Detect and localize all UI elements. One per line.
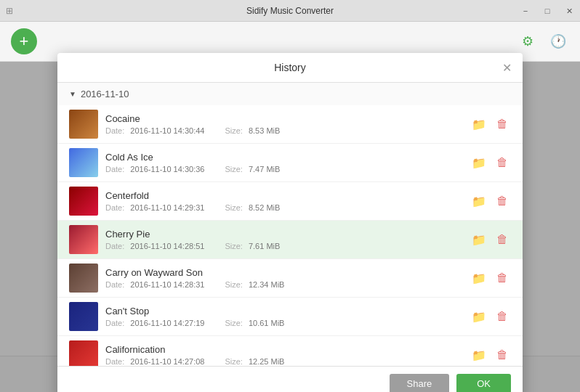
open-folder-button[interactable]: 📁: [470, 346, 488, 364]
date-label: Date:: [105, 126, 124, 135]
main-content: Convert Activationkeysfree.com History ✕…: [0, 62, 580, 392]
song-item: Cold As Ice Date: 2016-11-10 14:30:36 Si…: [57, 144, 523, 182]
song-thumbnail: [69, 110, 98, 139]
song-meta: Date: 2016-11-10 14:28:31 Size: 12.34 Mi…: [105, 280, 463, 289]
history-button[interactable]: 🕐: [547, 30, 569, 52]
open-folder-button[interactable]: 📁: [470, 269, 488, 287]
window-controls: − □ ✕: [515, 0, 580, 22]
song-item: Can't Stop Date: 2016-11-10 14:27:19 Siz…: [57, 298, 523, 336]
close-button[interactable]: ✕: [558, 0, 580, 22]
dialog-header: History ✕: [57, 53, 523, 83]
date-label: Date:: [105, 203, 124, 212]
song-item: Centerfold Date: 2016-11-10 14:29:31 Siz…: [57, 182, 523, 221]
delete-button[interactable]: 🗑: [494, 115, 511, 133]
song-info: Carry on Wayward Son Date: 2016-11-10 14…: [105, 267, 463, 289]
date-group-arrow: ▼: [69, 90, 76, 98]
open-folder-button[interactable]: 📁: [470, 154, 488, 171]
size-label: Size:: [225, 319, 242, 327]
song-thumbnail: [69, 148, 98, 177]
delete-button[interactable]: 🗑: [494, 231, 511, 248]
date-label: Date:: [105, 319, 124, 327]
song-item: Carry on Wayward Son Date: 2016-11-10 14…: [57, 259, 523, 298]
song-info: Can't Stop Date: 2016-11-10 14:27:19 Siz…: [105, 306, 463, 327]
song-title: Cocaine: [105, 113, 463, 124]
size-label: Size:: [225, 242, 242, 250]
delete-button[interactable]: 🗑: [494, 154, 511, 171]
delete-button[interactable]: 🗑: [494, 192, 511, 210]
date-value: 2016-11-10 14:30:44: [130, 126, 204, 135]
share-button[interactable]: Share: [390, 374, 450, 392]
open-folder-button[interactable]: 📁: [470, 192, 488, 210]
song-info: Cold As Ice Date: 2016-11-10 14:30:36 Si…: [105, 152, 463, 173]
minimize-button[interactable]: −: [515, 0, 536, 22]
size-label: Size:: [225, 126, 242, 135]
thumb-inner: [69, 187, 98, 216]
thumb-inner: [69, 302, 98, 331]
date-group-label: 2016-11-10: [81, 89, 129, 99]
thumb-inner: [69, 110, 98, 139]
song-actions: 📁 🗑: [470, 346, 511, 364]
song-thumbnail: [69, 302, 98, 331]
dialog-title: History: [274, 62, 306, 73]
size-value: 8.52 MiB: [249, 203, 280, 212]
song-item: Cherry Pie Date: 2016-11-10 14:28:51 Siz…: [57, 221, 523, 259]
dialog-close-button[interactable]: ✕: [499, 60, 514, 75]
song-info: Cocaine Date: 2016-11-10 14:30:44 Size: …: [105, 113, 463, 135]
song-actions: 📁 🗑: [470, 269, 511, 287]
open-folder-button[interactable]: 📁: [470, 231, 488, 248]
thumb-inner: [69, 148, 98, 177]
thumb-inner: [69, 264, 98, 293]
title-bar: ⊞ Sidify Music Converter − □ ✕: [0, 0, 580, 22]
date-label: Date:: [105, 280, 124, 289]
songs-container: Cocaine Date: 2016-11-10 14:30:44 Size: …: [57, 105, 523, 366]
size-value: 12.25 MiB: [249, 357, 285, 366]
date-value: 2016-11-10 14:30:36: [130, 165, 204, 173]
date-label: Date:: [105, 357, 124, 366]
title-bar-left: ⊞: [6, 0, 13, 22]
app-window: ⊞ Sidify Music Converter − □ ✕ + ⚙ 🕐 Con…: [0, 0, 580, 392]
size-label: Size:: [225, 280, 242, 289]
date-value: 2016-11-10 14:27:08: [130, 357, 204, 366]
size-label: Size:: [225, 203, 242, 212]
ok-button[interactable]: OK: [456, 374, 511, 392]
size-value: 7.61 MiB: [249, 242, 280, 250]
date-label: Date:: [105, 165, 124, 173]
song-title: Carry on Wayward Son: [105, 267, 463, 278]
song-meta: Date: 2016-11-10 14:27:08 Size: 12.25 Mi…: [105, 357, 463, 366]
song-item: Californication Date: 2016-11-10 14:27:0…: [57, 336, 523, 366]
song-title: Californication: [105, 344, 463, 355]
song-thumbnail: [69, 340, 98, 366]
song-actions: 📁 🗑: [470, 192, 511, 210]
song-thumbnail: [69, 225, 98, 254]
history-dialog: History ✕ ▼ 2016-11-10 Cocaine: [57, 53, 523, 392]
song-meta: Date: 2016-11-10 14:30:36 Size: 7.47 MiB: [105, 165, 463, 173]
date-group-header: ▼ 2016-11-10: [57, 83, 523, 105]
maximize-button[interactable]: □: [536, 0, 558, 22]
add-button[interactable]: +: [11, 28, 37, 54]
open-folder-button[interactable]: 📁: [470, 308, 488, 325]
song-meta: Date: 2016-11-10 14:30:44 Size: 8.53 MiB: [105, 126, 463, 135]
songs-list[interactable]: ▼ 2016-11-10 Cocaine Date: 2016-11-10 14…: [57, 83, 523, 366]
song-meta: Date: 2016-11-10 14:29:31 Size: 8.52 MiB: [105, 203, 463, 212]
size-value: 10.61 MiB: [249, 319, 285, 327]
toolbar-right: ⚙ 🕐: [517, 30, 569, 52]
song-actions: 📁 🗑: [470, 308, 511, 325]
settings-button[interactable]: ⚙: [517, 30, 539, 52]
thumb-inner: [69, 340, 98, 366]
thumb-inner: [69, 225, 98, 254]
song-info: Cherry Pie Date: 2016-11-10 14:28:51 Siz…: [105, 229, 463, 250]
song-thumbnail: [69, 187, 98, 216]
song-title: Cold As Ice: [105, 152, 463, 163]
delete-button[interactable]: 🗑: [494, 308, 511, 325]
delete-button[interactable]: 🗑: [494, 346, 511, 364]
delete-button[interactable]: 🗑: [494, 269, 511, 287]
app-title: Sidify Music Converter: [246, 6, 334, 16]
song-title: Can't Stop: [105, 306, 463, 317]
open-folder-button[interactable]: 📁: [470, 115, 488, 133]
song-thumbnail: [69, 264, 98, 293]
window-icon: ⊞: [6, 6, 13, 16]
size-label: Size:: [225, 165, 242, 173]
song-actions: 📁 🗑: [470, 115, 511, 133]
date-value: 2016-11-10 14:29:31: [130, 203, 204, 212]
size-value: 7.47 MiB: [249, 165, 280, 173]
